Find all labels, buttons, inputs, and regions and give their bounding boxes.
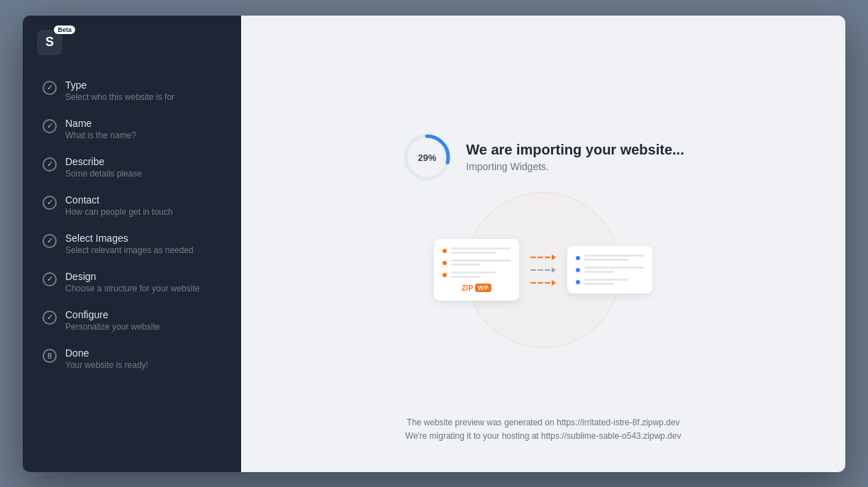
step-content-done: Done Your website is ready! (65, 347, 148, 370)
step-subtitle-configure: Personalize your website (65, 322, 160, 332)
import-text: We are importing your website... Importi… (466, 142, 684, 172)
servers-wrapper: ZIPWP (434, 239, 652, 301)
transfer-arrows (530, 254, 556, 286)
sidebar-item-design[interactable]: ✓ Design Choose a structure for your web… (34, 264, 230, 301)
progress-percentage: 29% (418, 152, 436, 162)
server-line (451, 252, 496, 254)
arrow-head (552, 267, 556, 273)
zip-text: ZIP (462, 284, 474, 292)
server-lines-3 (584, 279, 644, 285)
step-subtitle-describe: Some details please (65, 169, 142, 179)
step-title-contact: Contact (65, 194, 172, 206)
step-content-describe: Describe Some details please (65, 156, 142, 179)
zip-label: ZIPWP (443, 284, 511, 292)
server-line (451, 272, 496, 274)
server-row-2 (443, 259, 511, 266)
arrow-line-1 (530, 254, 556, 260)
sidebar-item-done[interactable]: 8 Done Your website is ready! (34, 340, 230, 377)
step-check-icon-name: ✓ (43, 119, 57, 133)
step-content-configure: Configure Personalize your website (65, 309, 160, 332)
dash (530, 282, 536, 284)
server-dot-3 (443, 273, 447, 277)
step-check-icon-design: ✓ (43, 272, 57, 286)
server-dot-2 (443, 261, 447, 265)
import-section: 29% We are importing your website... Imp… (402, 133, 684, 341)
arrow-line-3 (530, 280, 556, 286)
sidebar-item-type[interactable]: ✓ Type Select who this website is for (34, 72, 230, 109)
server-line (584, 254, 644, 257)
step-content-images: Select Images Select relevant images as … (65, 233, 194, 255)
step-content-name: Name What is the name? (65, 118, 136, 140)
server-line (451, 259, 511, 262)
arrow-head (552, 254, 556, 260)
server-lines-1 (451, 247, 511, 254)
sidebar: S Beta ✓ Type Select who this website is… (23, 16, 241, 472)
step-check-icon-configure: ✓ (43, 310, 57, 325)
server-line (584, 279, 629, 281)
sidebar-steps: ✓ Type Select who this website is for ✓ … (23, 72, 241, 377)
logo-letter: S (45, 35, 54, 50)
dash (545, 269, 550, 271)
step-subtitle-type: Select who this website is for (65, 92, 174, 102)
bottom-line-2: We're migrating it to your hosting at ht… (406, 430, 681, 443)
dash (538, 257, 543, 258)
step-content-contact: Contact How can people get in touch (65, 194, 172, 217)
dash (530, 257, 536, 258)
server-line (584, 283, 614, 285)
bottom-text: The website preview was generated on htt… (406, 416, 681, 443)
server-line (584, 259, 629, 261)
step-check-icon-type: ✓ (43, 81, 57, 95)
arrow-line-2 (530, 267, 556, 273)
sidebar-item-select-images[interactable]: ✓ Select Images Select relevant images a… (34, 225, 230, 262)
server-dot-blue-2 (576, 268, 580, 272)
server-lines-3 (451, 272, 511, 278)
step-check-icon-describe: ✓ (43, 157, 57, 172)
dash (545, 257, 550, 258)
source-server: ZIPWP (434, 239, 519, 301)
step-subtitle-design: Choose a structure for your website (65, 284, 199, 293)
dash (530, 269, 536, 271)
server-illustration: ZIPWP (423, 199, 664, 341)
destination-server (567, 246, 652, 293)
sidebar-item-describe[interactable]: ✓ Describe Some details please (34, 149, 230, 186)
server-row-3 (576, 279, 644, 285)
logo-box: S Beta (37, 30, 62, 55)
step-title-images: Select Images (65, 233, 194, 244)
dash (538, 282, 543, 284)
sidebar-logo: S Beta (23, 30, 241, 72)
dash (538, 269, 543, 271)
step-check-icon-contact: ✓ (43, 196, 57, 210)
server-dot-blue-1 (576, 256, 580, 260)
app-container: S Beta ✓ Type Select who this website is… (23, 16, 845, 472)
step-subtitle-name: What is the name? (65, 130, 136, 140)
import-subtitle: Importing Widgets. (466, 161, 684, 172)
dash (545, 282, 550, 284)
arrow-head (552, 280, 556, 286)
step-number-done: 8 (43, 349, 57, 363)
step-title-configure: Configure (65, 309, 160, 320)
server-lines-2 (451, 259, 511, 266)
server-line (451, 276, 481, 278)
step-check-icon-images: ✓ (43, 234, 57, 248)
server-line (451, 264, 481, 266)
sidebar-item-configure[interactable]: ✓ Configure Personalize your website (34, 302, 230, 339)
server-dot-blue-3 (576, 280, 580, 284)
server-line (584, 271, 614, 273)
step-content-type: Type Select who this website is for (65, 79, 174, 102)
beta-badge: Beta (54, 26, 75, 34)
step-title-name: Name (65, 118, 136, 129)
step-title-design: Design (65, 271, 199, 282)
server-row-2 (576, 267, 644, 273)
sidebar-item-contact[interactable]: ✓ Contact How can people get in touch (34, 187, 230, 224)
step-content-design: Design Choose a structure for your websi… (65, 271, 199, 293)
step-title-describe: Describe (65, 156, 142, 167)
step-subtitle-contact: How can people get in touch (65, 207, 172, 217)
bottom-line-1: The website preview was generated on htt… (406, 416, 681, 430)
progress-area: 29% We are importing your website... Imp… (402, 133, 684, 182)
sidebar-item-name[interactable]: ✓ Name What is the name? (34, 111, 230, 147)
server-dot-1 (443, 249, 447, 253)
server-row-1 (443, 247, 511, 254)
step-title-type: Type (65, 79, 174, 91)
server-line (584, 267, 644, 269)
server-row-1 (576, 254, 644, 261)
